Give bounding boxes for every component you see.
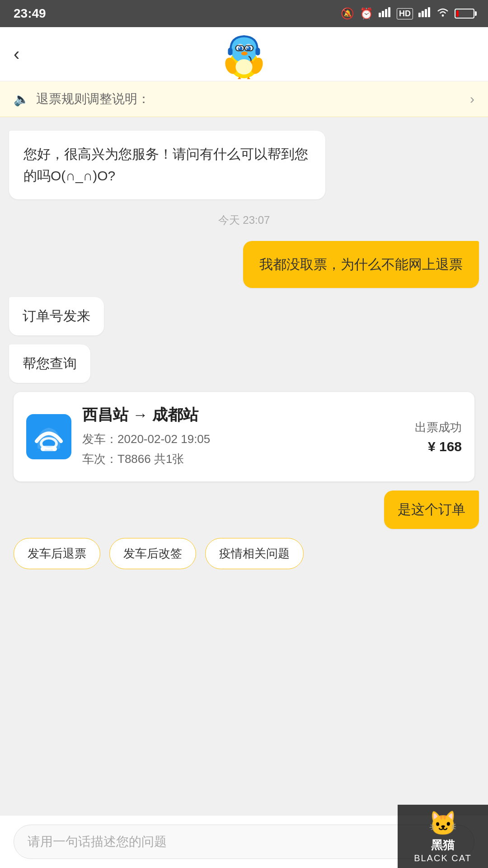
chat-area: 您好，很高兴为您服务！请问有什么可以帮到您的吗O(∩_∩)O? 今天 23:07… [0,117,488,637]
svg-point-26 [235,59,252,75]
order-to: 成都站 [152,406,198,423]
notice-text: 退票规则调整说明： [36,90,150,108]
bot-greeting-text: 您好，很高兴为您服务！请问有什么可以帮到您的吗O(∩_∩)O? [23,146,308,183]
order-price: ¥ 168 [415,439,462,454]
user-msg2-bubble: 是这个订单 [384,491,479,529]
user-msg1-bubble: 我都没取票，为什么不能网上退票 [243,241,479,288]
svg-rect-2 [385,9,387,17]
svg-rect-0 [379,13,381,17]
order-route: 西昌站 → 成都站 [82,405,404,425]
wifi-icon [436,7,449,20]
cat-icon: 🐱 [428,810,458,837]
status-icons: 🔕 ⏰ HD [341,7,474,20]
quick-actions: 发车后退票 发车后改签 疫情相关问题 [9,538,308,569]
order-card[interactable]: 西昌站 → 成都站 发车：2020-02-02 19:05 车次：T8866 共… [14,392,474,481]
svg-rect-3 [388,7,390,17]
bot-msg2-text: 帮您查询 [23,356,77,371]
notice-bar[interactable]: 🔈 退票规则调整说明： › [0,81,488,117]
battery-icon [455,9,474,19]
user-msg1-text: 我都没取票，为什么不能网上退票 [259,257,463,272]
svg-rect-22 [255,47,260,55]
svg-point-14 [246,46,251,51]
order-arrow: → [132,406,148,423]
bell-icon: 🔕 [341,7,354,20]
svg-point-17 [241,52,248,55]
svg-rect-1 [382,11,384,17]
svg-point-15 [239,47,240,48]
order-info: 西昌站 → 成都站 发车：2020-02-02 19:05 车次：T8866 共… [82,405,404,469]
back-button[interactable]: ‹ [14,44,19,64]
order-departure: 发车：2020-02-02 19:05 [82,429,404,449]
bot-msg2-bubble: 帮您查询 [9,344,90,383]
svg-point-30 [41,447,45,451]
order-train-no: 车次：T8866 共1张 [82,449,404,469]
chat-timestamp: 今天 23:07 [9,213,479,227]
svg-rect-5 [422,11,424,17]
user-msg2-text: 是这个订单 [398,502,465,517]
alarm-icon: ⏰ [360,7,373,20]
time: 23:49 [14,6,46,21]
notice-arrow[interactable]: › [470,91,474,107]
svg-rect-7 [428,7,430,17]
bot-msg1-text: 订单号发来 [23,308,90,323]
svg-rect-6 [425,9,427,17]
quick-action-btn-2[interactable]: 疫情相关问题 [205,538,304,569]
header: ‹ [0,27,488,81]
svg-point-31 [52,447,57,451]
mascot-avatar [219,29,269,79]
brand-english: BLACK CAT [414,853,472,863]
svg-point-16 [247,47,249,48]
watermark: 🐱 黑猫 BLACK CAT [398,805,488,868]
svg-point-13 [238,46,242,51]
speaker-icon: 🔈 [14,92,29,107]
signal-icon [379,7,391,20]
order-status: 出票成功 ¥ 168 [415,420,462,454]
input-placeholder: 请用一句话描述您的问题 [28,835,167,849]
hd-badge: HD [397,8,413,19]
svg-rect-21 [228,47,232,55]
order-from: 西昌站 [82,406,128,423]
order-status-text: 出票成功 [415,420,462,435]
bot-greeting-bubble: 您好，很高兴为您服务！请问有什么可以帮到您的吗O(∩_∩)O? [9,131,325,199]
svg-point-8 [442,14,444,17]
quick-action-btn-1[interactable]: 发车后改签 [109,538,196,569]
quick-action-btn-0[interactable]: 发车后退票 [14,538,100,569]
status-bar: 23:49 🔕 ⏰ HD [0,0,488,27]
svg-rect-4 [418,13,421,17]
bot-msg1-bubble: 订单号发来 [9,297,104,335]
brand-chinese: 黑猫 [431,837,455,853]
train-icon-box [26,414,71,459]
signal2-icon [418,7,431,20]
